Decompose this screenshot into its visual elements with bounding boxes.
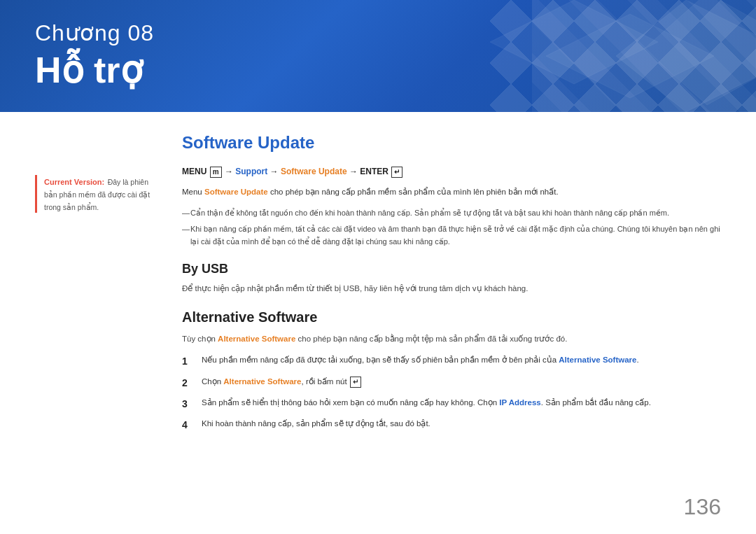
step-3-highlight: IP Address bbox=[499, 398, 540, 407]
header-banner: Chương 08 Hỗ trợ bbox=[0, 0, 756, 112]
step-2-suffix: , rồi bấm nút bbox=[302, 377, 347, 386]
software-update-link: Software Update bbox=[281, 167, 347, 176]
alt-intro-suffix: cho phép bạn nâng cấp bằng một tệp mà sả… bbox=[295, 335, 567, 343]
alternative-software-title: Alternative Software bbox=[182, 309, 721, 325]
sidebar-current-version: Current Version: Đây là phiên bản phần m… bbox=[35, 175, 161, 213]
alt-intro-prefix: Tùy chọn bbox=[182, 335, 218, 343]
alt-intro: Tùy chọn Alternative Software cho phép b… bbox=[182, 332, 721, 345]
enter-text: ENTER bbox=[360, 167, 388, 176]
menu-icon: m bbox=[210, 167, 222, 178]
content-area: Current Version: Đây là phiên bản phần m… bbox=[0, 112, 756, 453]
by-usb-title: By USB bbox=[182, 262, 721, 276]
step-4: 4 Khi hoàn thành nâng cấp, sản phẩm sẽ t… bbox=[182, 417, 721, 433]
step-1-suffix: . bbox=[636, 356, 638, 364]
menu-description: Menu Software Update cho phép bạn nâng c… bbox=[182, 185, 721, 198]
step-1-highlight: Alternative Software bbox=[559, 356, 636, 364]
step-3: 3 Sản phẩm sẽ hiển thị thông báo hỏi xem… bbox=[182, 396, 721, 412]
desc-suffix: cho phép bạn nâng cấp phần mềm sản phẩm … bbox=[268, 188, 559, 196]
software-update-title: Software Update bbox=[182, 133, 721, 153]
step-3-text: Sản phẩm sẽ hiển thị thông báo hỏi xem b… bbox=[202, 396, 651, 412]
step-3-suffix: . Sản phẩm bắt đầu nâng cấp. bbox=[541, 398, 651, 407]
sidebar: Current Version: Đây là phiên bản phần m… bbox=[35, 133, 161, 439]
step-3-num: 3 bbox=[182, 396, 193, 412]
step-3-prefix: Sản phẩm sẽ hiển thị thông báo hỏi xem b… bbox=[202, 398, 499, 407]
bullet-item-1: Cẩn thận để không tắt nguồn cho đến khi … bbox=[182, 207, 721, 220]
menu-path: MENU m → Support → Software Update → ENT… bbox=[182, 165, 721, 178]
step-2-highlight: Alternative Software bbox=[223, 377, 301, 386]
steps-list: 1 Nếu phần mềm nâng cấp đã được tải xuốn… bbox=[182, 353, 721, 433]
step-4-text: Khi hoàn thành nâng cấp, sản phẩm sẽ tự … bbox=[202, 417, 430, 433]
desc-prefix: Menu bbox=[182, 188, 204, 196]
step-1: 1 Nếu phần mềm nâng cấp đã được tải xuốn… bbox=[182, 353, 721, 369]
page-number: 136 bbox=[684, 494, 721, 520]
header-text: Chương 08 Hỗ trợ bbox=[35, 20, 154, 91]
by-usb-description: Để thực hiện cập nhật phần mềm từ thiết … bbox=[182, 282, 721, 295]
step-1-prefix: Nếu phần mềm nâng cấp đã được tải xuống,… bbox=[202, 356, 559, 364]
step-1-text: Nếu phần mềm nâng cấp đã được tải xuống,… bbox=[202, 353, 639, 369]
sidebar-label: Current Version: bbox=[44, 178, 104, 186]
header-pattern bbox=[490, 0, 756, 112]
enter-icon: ↵ bbox=[391, 167, 402, 178]
main-content: Software Update MENU m → Support → Softw… bbox=[182, 133, 721, 439]
bullet-item-2: Khi bạn nâng cấp phần mềm, tất cả các cà… bbox=[182, 223, 721, 248]
step-1-num: 1 bbox=[182, 353, 193, 369]
step-2: 2 Chọn Alternative Software, rồi bấm nút… bbox=[182, 375, 721, 391]
step-2-enter-icon: ↵ bbox=[350, 377, 361, 388]
step-2-prefix: Chọn bbox=[202, 377, 223, 386]
desc-highlight: Software Update bbox=[204, 188, 268, 196]
step-4-num: 4 bbox=[182, 417, 193, 433]
step-2-text: Chọn Alternative Software, rồi bấm nút ↵ bbox=[202, 375, 362, 391]
support-link: Support bbox=[235, 167, 267, 176]
header-title: Hỗ trợ bbox=[35, 49, 154, 91]
header-chapter: Chương 08 bbox=[35, 20, 154, 46]
step-2-num: 2 bbox=[182, 375, 193, 391]
alt-intro-highlight: Alternative Software bbox=[218, 335, 295, 343]
